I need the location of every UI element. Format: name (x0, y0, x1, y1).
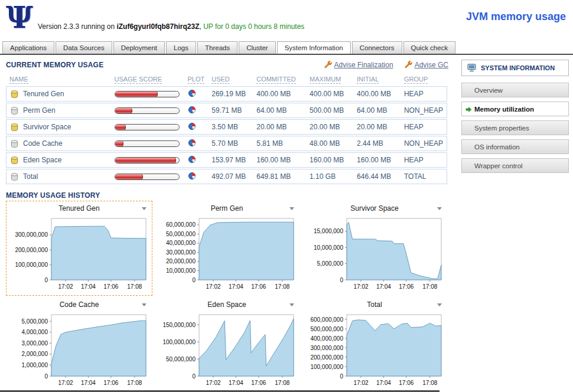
chart-dropdown-icon[interactable] (289, 303, 294, 309)
group-value: NON_HEAP (401, 103, 447, 118)
table-row: Eden Space 153.97 MB 160.00 MB 160.00 MB… (6, 152, 447, 168)
table-row: Total 492.07 MB 649.81 MB 1.10 GB TOTAL … (6, 169, 447, 184)
svg-text:0: 0 (192, 277, 196, 283)
tab-system-information[interactable]: System Information (277, 41, 351, 54)
svg-text:3,000,000: 3,000,000 (22, 340, 48, 347)
svg-text:2,000,000: 2,000,000 (22, 351, 48, 357)
committed-value: 160.00 MB (253, 152, 306, 168)
svg-text:17:02: 17:02 (353, 283, 368, 290)
page-title: JVM memory usage (466, 11, 566, 23)
advise-gc-label: Advise GC (415, 61, 448, 69)
usage-score-bar (115, 107, 180, 114)
current-memory-heading: CURRENT MEMORY USAGE (6, 61, 103, 69)
table-header-row: NAME USAGE SCORE PLOT USED COMMITTED MAX… (6, 74, 447, 85)
col-header-group[interactable]: GROUP (401, 74, 447, 85)
tab-applications[interactable]: Applications (2, 41, 54, 54)
tab-bar: Applications Data Sources Deployment Log… (0, 41, 573, 55)
svg-text:17:08: 17:08 (422, 283, 437, 290)
svg-text:200,000,000: 200,000,000 (15, 247, 48, 253)
svg-text:30,000,000: 30,000,000 (166, 249, 196, 256)
table-row: Code Cache 5.70 MB 5.81 MB 48.00 MB 2.44… (6, 136, 447, 151)
chart-dropdown-icon[interactable] (437, 207, 442, 213)
chart-dropdown-icon[interactable] (437, 303, 442, 309)
chart-eden-space[interactable]: Eden Space 050,000,000100,000,000150,000… (154, 297, 300, 392)
advise-gc-link[interactable]: Advise GC (404, 61, 448, 69)
col-header-usage-score[interactable]: USAGE SCORE (111, 74, 184, 85)
col-header-maximum[interactable]: MAXIMUM (306, 74, 353, 85)
usage-score-bar (115, 174, 180, 180)
col-header-name[interactable]: NAME (6, 74, 111, 85)
memory-pool-icon (10, 90, 19, 99)
sidebar-title: SYSTEM INFORMATION (461, 60, 569, 76)
chart-title: Code Cache (60, 300, 99, 309)
plot-icon[interactable] (188, 122, 196, 130)
maximum-value: 500.00 MB (306, 103, 353, 118)
tab-logs[interactable]: Logs (166, 41, 196, 54)
plot-icon[interactable] (188, 106, 196, 114)
chart-tenured-gen[interactable]: Tenured Gen 0100,000,000200,000,000300,0… (6, 201, 152, 296)
svg-text:17:02: 17:02 (58, 380, 73, 386)
memory-pool-icon (10, 123, 19, 132)
chart-dropdown-icon[interactable] (289, 207, 294, 213)
maximum-value: 1.10 GB (306, 169, 353, 184)
monitor-icon (467, 64, 477, 72)
svg-text:17:02: 17:02 (206, 283, 220, 290)
plot-icon[interactable] (188, 139, 196, 147)
chart-total[interactable]: Total 0100,000,000200,000,000300,000,000… (301, 297, 448, 392)
initial-value: 20.00 MB (353, 119, 401, 135)
maximum-value: 48.00 MB (306, 136, 353, 151)
svg-text:300,000,000: 300,000,000 (310, 345, 343, 351)
sidebar-item-overview[interactable]: Overview (461, 83, 569, 97)
main-content: CURRENT MEMORY USAGE Advise Finalization… (6, 58, 453, 392)
wrench-icon (404, 61, 412, 69)
plot-icon[interactable] (188, 89, 196, 97)
advise-finalization-link[interactable]: Advise Finalization (324, 61, 393, 69)
chart-code-cache[interactable]: Code Cache 01,000,0002,000,0003,000,0004… (6, 297, 152, 392)
col-header-plot[interactable]: PLOT (184, 74, 209, 85)
svg-text:17:04: 17:04 (229, 283, 243, 290)
pool-name: Code Cache (23, 139, 63, 148)
psi-probe-logo[interactable]: Ψ (6, 0, 33, 35)
col-header-initial[interactable]: INITIAL (353, 74, 401, 85)
svg-text:17:06: 17:06 (103, 380, 118, 386)
tab-connectors[interactable]: Connectors (352, 41, 402, 54)
tab-deployment[interactable]: Deployment (113, 41, 165, 54)
chart-dropdown-icon[interactable] (142, 303, 146, 309)
svg-text:50,000,000: 50,000,000 (166, 231, 196, 237)
plot-icon[interactable] (188, 155, 196, 164)
chart-dropdown-icon[interactable] (142, 207, 146, 213)
tab-quick-check[interactable]: Quick check (403, 41, 456, 54)
used-value: 3.50 MB (208, 119, 253, 135)
svg-text:17:08: 17:08 (127, 283, 142, 290)
group-value: HEAP (401, 86, 447, 102)
tab-data-sources[interactable]: Data Sources (56, 41, 112, 54)
sidebar-item-wrapper-control[interactable]: Wrapper control (461, 158, 569, 173)
uptime-text: UP for 0 days 0 hours 8 minutes (203, 22, 304, 31)
sidebar-item-system-properties[interactable]: System properties (461, 120, 569, 135)
col-header-committed[interactable]: COMMITTED (253, 74, 306, 85)
chart-survivor-space[interactable]: Survivor Space 05,000,00010,000,00015,00… (301, 201, 448, 296)
tab-threads[interactable]: Threads (197, 41, 237, 54)
wrench-icon (324, 61, 332, 69)
svg-text:17:06: 17:06 (103, 283, 118, 290)
sidebar-item-memory-utilization[interactable]: Memory utilization (461, 102, 569, 116)
pool-name: Tenured Gen (23, 90, 64, 98)
sidebar-item-os-information[interactable]: OS information (461, 139, 569, 154)
svg-text:17:06: 17:06 (251, 380, 266, 386)
tab-cluster[interactable]: Cluster (239, 41, 275, 54)
chart-title: Perm Gen (211, 204, 243, 213)
committed-value: 400.00 MB (253, 86, 306, 102)
initial-value: 2.44 MB (353, 136, 401, 151)
memory-pool-icon (10, 139, 19, 148)
group-value: TOTAL (401, 169, 447, 184)
group-value: NON_HEAP (401, 136, 447, 151)
chart-perm-gen[interactable]: Perm Gen 010,000,00020,000,00030,000,000… (154, 201, 300, 296)
plot-icon[interactable] (188, 172, 196, 180)
usage-score-bar (115, 91, 180, 97)
memory-pool-icon (10, 172, 19, 181)
used-value: 153.97 MB (208, 152, 253, 168)
sidebar: SYSTEM INFORMATION Overview Memory utili… (461, 58, 569, 392)
memory-pool-icon (10, 156, 19, 165)
col-header-used[interactable]: USED (208, 74, 253, 85)
used-value: 59.71 MB (208, 103, 253, 118)
